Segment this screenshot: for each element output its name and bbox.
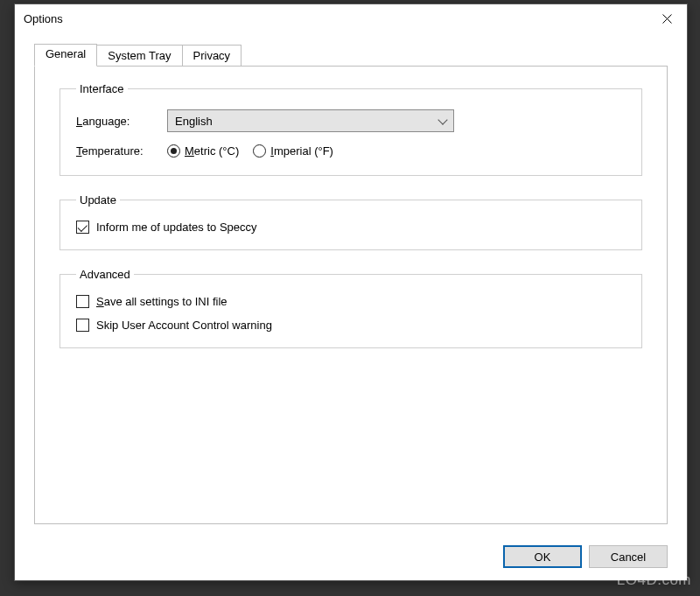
titlebar: Options	[15, 4, 687, 32]
ini-checkbox[interactable]: Save all settings to INI file	[76, 295, 626, 308]
tab-pane-general: Interface Language: English Temperature:…	[34, 66, 668, 524]
language-select[interactable]: English	[167, 109, 454, 132]
language-value: English	[175, 115, 213, 128]
inform-updates-checkbox[interactable]: Inform me of updates to Speccy	[76, 221, 626, 234]
radio-imperial[interactable]: Imperial (°F)	[253, 144, 333, 158]
window-title: Options	[24, 12, 63, 25]
tab-system-tray[interactable]: System Tray	[96, 45, 182, 67]
radio-icon	[253, 144, 266, 158]
dialog-footer: OK Cancel	[15, 535, 687, 580]
advanced-legend: Advanced	[76, 268, 134, 281]
ok-button[interactable]: OK	[503, 545, 582, 568]
temperature-radio-group: Metric (°C) Imperial (°F)	[167, 144, 333, 158]
watermark: LO4D.com	[617, 571, 691, 589]
inform-updates-label: Inform me of updates to Speccy	[96, 221, 257, 234]
cancel-button[interactable]: Cancel	[589, 545, 668, 568]
tab-general[interactable]: General	[34, 44, 97, 67]
language-row: Language: English	[76, 109, 626, 132]
client-area: General System Tray Privacy Interface La…	[15, 32, 687, 535]
radio-metric-label: Metric (°C)	[185, 144, 239, 158]
update-group: Update Inform me of updates to Speccy	[60, 193, 642, 250]
checkbox-icon	[76, 295, 89, 308]
interface-legend: Interface	[76, 82, 128, 95]
language-label: Language:	[76, 115, 167, 128]
options-dialog: Options General System Tray Privacy Inte…	[14, 4, 688, 581]
update-legend: Update	[76, 193, 120, 207]
checkbox-icon	[76, 221, 89, 234]
chevron-down-icon	[438, 115, 447, 124]
tab-privacy[interactable]: Privacy	[182, 45, 242, 67]
ini-label: Save all settings to INI file	[96, 295, 228, 308]
interface-group: Interface Language: English Temperature:…	[60, 82, 642, 176]
close-button[interactable]	[647, 5, 687, 32]
checkbox-icon	[76, 319, 89, 332]
tab-strip: General System Tray Privacy	[34, 45, 668, 67]
uac-label: Skip User Account Control warning	[96, 319, 272, 332]
temperature-label: Temperature:	[76, 144, 167, 158]
close-icon	[662, 14, 672, 24]
advanced-group: Advanced Save all settings to INI file S…	[60, 268, 642, 348]
radio-icon	[167, 144, 180, 158]
radio-imperial-label: Imperial (°F)	[270, 144, 333, 158]
radio-metric[interactable]: Metric (°C)	[167, 144, 239, 158]
temperature-row: Temperature: Metric (°C) Imperial (°F)	[76, 144, 626, 158]
uac-checkbox[interactable]: Skip User Account Control warning	[76, 319, 626, 332]
